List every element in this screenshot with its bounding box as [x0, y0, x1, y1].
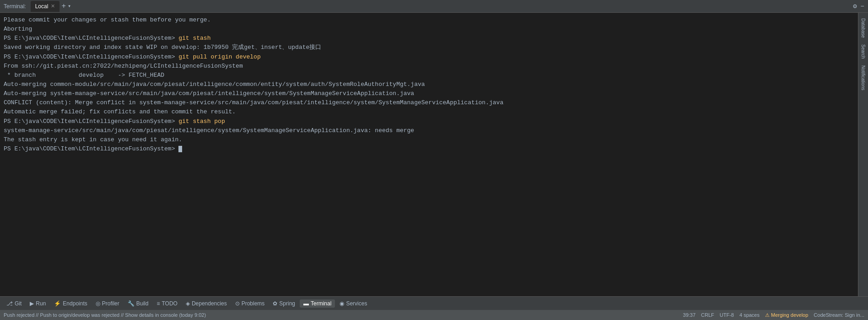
tool-spring-label: Spring [279, 300, 295, 307]
minimize-icon[interactable]: − [861, 3, 864, 10]
terminal-line: Please commit your changes or stash them… [4, 16, 854, 25]
terminal-line: Auto-merging common-module/src/main/java… [4, 80, 854, 89]
tool-build[interactable]: 🔧 Build [124, 299, 152, 308]
sidebar-database[interactable]: Database [860, 16, 867, 40]
status-branch-warning: ⚠ Merging develop [765, 312, 808, 318]
tab-dropdown-icon[interactable]: ▾ [68, 3, 71, 10]
tab-bar-right: ⚙ − [853, 2, 868, 10]
tool-profiler-label: Profiler [102, 300, 119, 307]
main-area: Please commit your changes or stash them… [0, 13, 868, 296]
tool-endpoints-label: Endpoints [63, 300, 87, 307]
terminal-line: system-manage-service/src/main/java/com/… [4, 126, 854, 135]
git-icon: ⎇ [6, 300, 13, 307]
tool-services[interactable]: ◉ Services [336, 299, 371, 308]
status-encoding[interactable]: UTF-8 [720, 312, 734, 318]
sidebar-notifications[interactable]: Notifications [860, 64, 867, 92]
tool-todo-label: TODO [162, 300, 177, 307]
tab-add-icon[interactable]: + [61, 2, 66, 11]
terminal-line: PS E:\java\CODE\Item\LCIntelligenceFusio… [4, 53, 854, 62]
todo-icon: ≡ [156, 300, 160, 307]
services-icon: ◉ [340, 300, 344, 307]
tool-profiler[interactable]: ◎ Profiler [92, 299, 123, 308]
profiler-icon: ◎ [96, 300, 100, 307]
status-codestream[interactable]: CodeStream: Sign in... [814, 312, 864, 318]
tab-local[interactable]: Local ✕ [31, 1, 60, 12]
terminal-line: * branch develop -> FETCH_HEAD [4, 71, 854, 80]
tool-run[interactable]: ▶ Run [26, 299, 49, 308]
tab-bar: Terminal: Local ✕ + ▾ ⚙ − [0, 0, 868, 13]
run-icon: ▶ [30, 300, 34, 307]
tool-problems[interactable]: ⊙ Problems [232, 299, 269, 308]
status-bar: Push rejected // Push to origin/develop … [0, 310, 868, 320]
status-position[interactable]: 39:37 [683, 312, 696, 318]
terminal-content[interactable]: Please commit your changes or stash them… [0, 13, 858, 296]
tab-local-label: Local [35, 3, 49, 10]
tool-build-label: Build [136, 300, 149, 307]
warning-icon: ⚠ [765, 312, 770, 318]
tool-run-label: Run [36, 300, 46, 307]
tool-dependencies-label: Dependencies [192, 300, 227, 307]
build-icon: 🔧 [128, 300, 135, 307]
status-left-text: Push rejected // Push to origin/develop … [4, 312, 683, 318]
terminal-cursor [178, 146, 182, 152]
terminal-line: Saved working directory and index state … [4, 43, 854, 52]
terminal-icon: ▬ [303, 300, 309, 307]
tool-spring[interactable]: ✿ Spring [269, 299, 299, 308]
terminal-line: PS E:\java\CODE\Item\LCIntelligenceFusio… [4, 144, 854, 154]
terminal-line: Automatic merge failed; fix conflicts an… [4, 107, 854, 117]
tool-todo[interactable]: ≡ TODO [153, 299, 181, 308]
tool-terminal[interactable]: ▬ Terminal [300, 299, 335, 308]
endpoints-icon: ⚡ [54, 300, 61, 307]
status-right: 39:37 CRLF UTF-8 4 spaces ⚠ Merging deve… [683, 312, 864, 318]
terminal-line: The stash entry is kept in case you need… [4, 135, 854, 144]
tool-git-label: Git [15, 300, 22, 307]
status-indent[interactable]: 4 spaces [739, 312, 760, 318]
problems-icon: ⊙ [235, 300, 240, 307]
status-branch: Merging develop [771, 312, 808, 318]
tool-dependencies[interactable]: ◈ Dependencies [182, 299, 231, 308]
dependencies-icon: ◈ [186, 300, 190, 307]
terminal-line: PS E:\java\CODE\Item\LCIntelligenceFusio… [4, 117, 854, 126]
terminal-line: CONFLICT (content): Merge conflict in sy… [4, 98, 854, 107]
tool-git[interactable]: ⎇ Git [3, 299, 25, 308]
right-sidebar: Database Search Notifications [858, 13, 868, 296]
terminal-line: From ssh://git.piesat.cn:27022/hezhipeng… [4, 62, 854, 71]
tool-terminal-label: Terminal [311, 300, 331, 307]
settings-icon[interactable]: ⚙ [853, 2, 857, 10]
tool-endpoints[interactable]: ⚡ Endpoints [50, 299, 91, 308]
terminal-line: PS E:\java\CODE\Item\LCIntelligenceFusio… [4, 34, 854, 43]
bottom-toolbar: ⎇ Git ▶ Run ⚡ Endpoints ◎ Profiler 🔧 Bui… [0, 296, 868, 310]
tool-services-label: Services [346, 300, 367, 307]
terminal-line: Aborting [4, 25, 854, 34]
tool-problems-label: Problems [242, 300, 265, 307]
spring-icon: ✿ [273, 300, 277, 307]
terminal-label: Terminal: [4, 3, 26, 10]
sidebar-search[interactable]: Search [860, 43, 867, 61]
status-line-ending[interactable]: CRLF [701, 312, 714, 318]
terminal-line: Auto-merging system-manage-service/src/m… [4, 89, 854, 98]
tab-close-icon[interactable]: ✕ [51, 3, 55, 9]
